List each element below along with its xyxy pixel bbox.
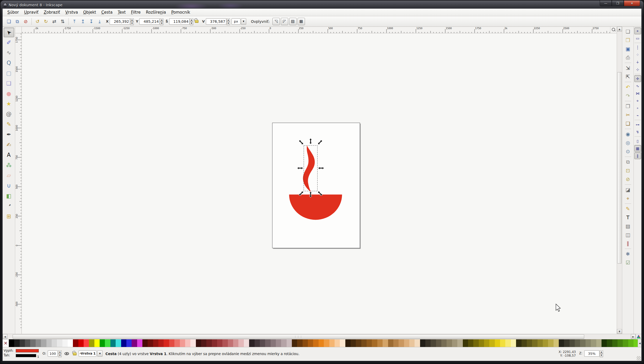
- palette-swatch[interactable]: [46, 339, 52, 347]
- palette-swatch[interactable]: [14, 339, 19, 347]
- save-document-button[interactable]: ▣: [623, 45, 633, 53]
- palette-swatch[interactable]: [132, 339, 137, 347]
- palette-swatch[interactable]: [383, 339, 388, 347]
- pen-tool-button[interactable]: ✒: [4, 130, 14, 140]
- stroke-color-swatch[interactable]: [16, 354, 36, 357]
- snap-path-intersections-button[interactable]: ⋈: [634, 90, 641, 97]
- palette-swatch[interactable]: [73, 339, 78, 347]
- palette-swatch[interactable]: [281, 339, 286, 347]
- palette-swatch[interactable]: [367, 339, 372, 347]
- export-document-button[interactable]: ⇱: [623, 72, 633, 81]
- palette-swatch[interactable]: [554, 339, 559, 347]
- palette-swatch[interactable]: [484, 339, 489, 347]
- affect-scale-stroke-button[interactable]: ◹: [272, 18, 280, 25]
- palette-swatch[interactable]: [36, 339, 41, 347]
- palette-swatch[interactable]: [361, 339, 367, 347]
- affect-move-gradients-button[interactable]: ▨: [289, 18, 297, 25]
- import-document-button[interactable]: ⇲: [623, 64, 633, 72]
- opacity-field[interactable]: 100: [48, 350, 58, 357]
- x-field[interactable]: 265,392: [110, 18, 130, 25]
- palette-swatch[interactable]: [206, 339, 212, 347]
- scroll-down-button[interactable]: ▼: [617, 329, 622, 334]
- palette-swatch[interactable]: [596, 339, 602, 347]
- flip-horizontal-button[interactable]: ⇄: [50, 18, 58, 25]
- palette-swatch[interactable]: [110, 339, 116, 347]
- hscroll-thumb[interactable]: ⋮⋮⋮: [13, 334, 584, 339]
- palette-swatch[interactable]: [372, 339, 377, 347]
- palette-swatch[interactable]: [260, 339, 265, 347]
- width-spinner[interactable]: ▲▼: [190, 18, 193, 25]
- palette-swatch[interactable]: [602, 339, 607, 347]
- horizontal-ruler[interactable]: -2k-1750-1500-1250-1000-750-500-25002505…: [22, 27, 610, 33]
- minimize-button[interactable]: —: [600, 1, 612, 6]
- palette-swatch[interactable]: [431, 339, 436, 347]
- affect-scale-corners-button[interactable]: ◸: [281, 18, 288, 25]
- document-page[interactable]: [272, 123, 360, 248]
- palette-swatch[interactable]: [548, 339, 553, 347]
- palette-swatch[interactable]: [538, 339, 543, 347]
- restore-button[interactable]: ❐: [612, 1, 624, 6]
- palette-swatch[interactable]: [425, 339, 431, 347]
- document-properties-button[interactable]: ☑: [623, 258, 633, 267]
- palette-swatch[interactable]: [586, 339, 591, 347]
- palette-swatch[interactable]: [313, 339, 318, 347]
- rotate-ccw-button[interactable]: ↺: [34, 18, 41, 25]
- select-all-button[interactable]: ❏: [5, 18, 13, 25]
- spiral-tool-button[interactable]: @: [4, 109, 14, 119]
- xml-editor-button[interactable]: ◫: [623, 231, 633, 239]
- cut-button[interactable]: ✂: [623, 111, 633, 119]
- vscroll-thumb[interactable]: [617, 72, 622, 264]
- palette-swatch[interactable]: [20, 339, 25, 347]
- palette-swatch[interactable]: [345, 339, 351, 347]
- width-field[interactable]: 119,084: [169, 18, 190, 25]
- palette-swatch[interactable]: [78, 339, 84, 347]
- text-tool-button[interactable]: A: [4, 150, 14, 160]
- y-field[interactable]: 485,214: [139, 18, 160, 25]
- palette-swatch[interactable]: [340, 339, 345, 347]
- palette-swatch[interactable]: [329, 339, 335, 347]
- palette-swatch[interactable]: [468, 339, 473, 347]
- canvas[interactable]: [22, 33, 617, 334]
- palette-swatch[interactable]: [249, 339, 254, 347]
- height-spinner[interactable]: ▲▼: [227, 18, 230, 25]
- palette-swatch[interactable]: [271, 339, 276, 347]
- window-resize-grip[interactable]: [637, 356, 641, 360]
- palette-swatch[interactable]: [393, 339, 399, 347]
- palette-swatch[interactable]: [441, 339, 447, 347]
- vertical-scrollbar[interactable]: ▲ ▼: [617, 27, 622, 334]
- palette-swatch[interactable]: [634, 339, 638, 347]
- snap-guides-button[interactable]: ∥: [634, 152, 641, 159]
- menu-filtre[interactable]: Filtre: [128, 9, 143, 15]
- redo-button[interactable]: ↷: [623, 92, 633, 100]
- palette-swatch[interactable]: [228, 339, 233, 347]
- flip-vertical-button[interactable]: ⇅: [59, 18, 67, 25]
- node-tool-button[interactable]: ✐: [4, 38, 14, 47]
- duplicate-button[interactable]: ⧉: [623, 158, 633, 166]
- palette-swatch[interactable]: [377, 339, 383, 347]
- menu-pomocnk[interactable]: Pomocník: [169, 9, 193, 15]
- snap-nodes-button[interactable]: ✢: [634, 75, 641, 82]
- create-clone-button[interactable]: ⊡: [623, 166, 633, 175]
- palette-swatch[interactable]: [495, 339, 500, 347]
- zoom-tool-button[interactable]: Q: [4, 58, 14, 68]
- menu-vrstva[interactable]: Vrstva: [63, 9, 80, 15]
- close-button[interactable]: ✕: [624, 1, 640, 6]
- palette-swatch[interactable]: [94, 339, 100, 347]
- fill-color-swatch[interactable]: [16, 349, 39, 352]
- palette-swatch[interactable]: [100, 339, 105, 347]
- menu-objekt[interactable]: Objekt: [80, 9, 99, 15]
- palette-swatch[interactable]: [84, 339, 89, 347]
- menu-cesta[interactable]: Cesta: [99, 9, 115, 15]
- palette-swatch[interactable]: [217, 339, 222, 347]
- snap-bbox-centers-button[interactable]: ⊹: [634, 66, 641, 73]
- palette-swatch[interactable]: [580, 339, 585, 347]
- palette-swatch[interactable]: [516, 339, 521, 347]
- palette-swatch[interactable]: [169, 339, 174, 347]
- palette-swatch[interactable]: [618, 339, 623, 347]
- connector-tool-button[interactable]: ⊞: [4, 212, 14, 221]
- layer-visibility-eye-icon[interactable]: [65, 352, 69, 355]
- copy-button[interactable]: ❐: [623, 102, 633, 111]
- affect-move-patterns-button[interactable]: ▦: [298, 18, 305, 25]
- palette-swatch[interactable]: [319, 339, 324, 347]
- preferences-button[interactable]: ✱: [623, 250, 633, 258]
